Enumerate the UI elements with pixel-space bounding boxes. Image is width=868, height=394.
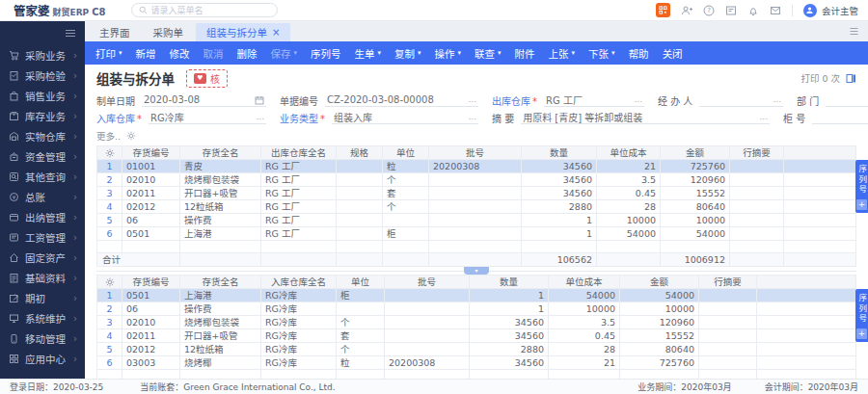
cell-memo[interactable] <box>699 289 757 302</box>
cell-code[interactable]: 03003 <box>122 356 180 370</box>
cell-batch[interactable] <box>385 289 470 302</box>
field-out-warehouse[interactable]: 出库仓库 RG 工厂... <box>492 93 644 108</box>
cell-amount[interactable]: 725760 <box>661 160 730 173</box>
table-row[interactable]: 402011开口器+吸管RG冷库套345600.4515552 <box>97 329 856 343</box>
cell-memo[interactable] <box>730 227 784 241</box>
page-settings-icon[interactable] <box>846 73 856 84</box>
cell-code[interactable]: 02010 <box>122 173 180 187</box>
cell-name[interactable]: 烧烤椰包装袋 <box>180 173 261 187</box>
cell-memo[interactable] <box>699 316 757 329</box>
row-number[interactable]: 3 <box>97 316 122 329</box>
cell-batch[interactable] <box>385 329 470 343</box>
mobile-app-qr-icon[interactable] <box>656 3 670 17</box>
lookup-ellipsis-icon[interactable]: ... <box>468 95 476 104</box>
cell-code[interactable]: 0501 <box>122 289 180 302</box>
lookup-ellipsis-icon[interactable]: ... <box>256 113 264 121</box>
cell-amount[interactable]: 10000 <box>661 214 730 227</box>
cell-name[interactable]: 开口器+吸管 <box>180 187 261 200</box>
cell-amount[interactable]: 54000 <box>661 227 730 241</box>
feedback-icon[interactable] <box>725 5 737 16</box>
cell-unit[interactable]: 个 <box>383 173 429 187</box>
cell-code[interactable]: 0501 <box>122 227 180 241</box>
toolbar-new-button[interactable]: 新增 <box>129 41 163 65</box>
row-number[interactable]: 5 <box>97 214 122 227</box>
cell-code[interactable]: 02010 <box>122 316 180 329</box>
cell-cost[interactable]: 10000 <box>597 214 661 227</box>
cell-code[interactable]: 06 <box>122 214 180 227</box>
row-number[interactable]: 2 <box>97 302 122 316</box>
toolbar-attachment-button[interactable]: 附件 <box>508 41 542 65</box>
row-number[interactable]: 3 <box>97 187 122 200</box>
cell-qty[interactable]: 2880 <box>522 200 597 214</box>
toolbar-generate-button[interactable]: 生单▾ <box>348 41 389 65</box>
table-row[interactable]: 302011开口器+吸管RG 工厂套345600.4515552 <box>97 187 856 200</box>
cell-unit[interactable]: 粒 <box>337 356 385 370</box>
cell-cost[interactable]: 21 <box>597 160 661 173</box>
sidebar-item-other-query[interactable]: 其他查询› <box>0 167 85 187</box>
cell-cost[interactable]: 3.5 <box>597 173 661 187</box>
cell-name[interactable]: 烧烤椰 <box>180 356 261 370</box>
cell-cost[interactable]: 54000 <box>549 289 620 302</box>
row-number[interactable]: 1 <box>97 289 122 302</box>
row-number[interactable]: 4 <box>97 329 122 343</box>
cell-qty[interactable]: 1 <box>522 214 597 227</box>
cell-qty[interactable]: 34560 <box>470 356 549 370</box>
sidebar-item-fixed-assets[interactable]: 固定资产› <box>0 248 85 268</box>
sidebar-item-opening-balance[interactable]: 期初› <box>0 288 85 308</box>
message-mail-icon[interactable] <box>770 5 781 16</box>
calendar-icon[interactable] <box>255 95 264 105</box>
cell-cost[interactable]: 28 <box>597 200 661 214</box>
sidebar-item-purchase[interactable]: 采购业务› <box>0 45 85 66</box>
table-row[interactable]: 40201212粒纸箱RG 工厂个28802880640 <box>97 200 856 214</box>
cell-spec[interactable] <box>337 214 383 227</box>
cell-memo[interactable] <box>699 343 757 356</box>
cell-amount[interactable]: 725760 <box>620 356 699 370</box>
cell-warehouse[interactable]: RG 工厂 <box>261 160 337 173</box>
cell-unit[interactable] <box>383 214 429 227</box>
cell-unit[interactable]: 个 <box>383 200 429 214</box>
sidebar-item-app-center[interactable]: 应用中心› <box>0 349 85 369</box>
sidebar-item-purchase-inspect[interactable]: 采购检验› <box>0 66 85 86</box>
cell-qty[interactable]: 2880 <box>470 343 549 356</box>
sidebar-item-system-maintenance[interactable]: 系统维护› <box>0 308 85 328</box>
cell-name[interactable]: 操作费 <box>180 302 261 316</box>
cell-amount[interactable]: 120960 <box>620 316 699 329</box>
toolbar-linked-query-button[interactable]: 联查▾ <box>468 41 508 65</box>
toolbar-next-button[interactable]: 下张▾ <box>582 41 622 65</box>
cell-qty[interactable]: 34560 <box>522 187 597 200</box>
toolbar-print-button[interactable]: 打印▾ <box>89 41 129 65</box>
cell-name[interactable]: 烧烤椰包装袋 <box>180 316 261 329</box>
empty-row[interactable] <box>97 370 856 380</box>
field-in-warehouse[interactable]: 入库仓库 RG冷库... <box>96 111 266 125</box>
toolbar-previous-button[interactable]: 上张▾ <box>542 41 583 65</box>
add-user-icon[interactable] <box>681 5 692 16</box>
sidebar-item-funds[interactable]: 资金管理› <box>0 146 85 167</box>
cell-memo[interactable] <box>730 160 784 173</box>
cell-amount[interactable]: 15552 <box>661 187 730 200</box>
cell-batch[interactable]: 20200308 <box>429 160 522 173</box>
cell-qty[interactable]: 1 <box>470 302 549 316</box>
table-row[interactable]: 10501上海港RG冷库柜15400054000 <box>97 289 856 302</box>
cell-warehouse[interactable]: RG 工厂 <box>261 214 337 227</box>
sidebar-item-general-ledger[interactable]: ¥ 总账› <box>0 187 85 207</box>
cell-qty[interactable]: 1 <box>522 227 597 241</box>
cell-batch[interactable] <box>385 316 470 329</box>
table-row[interactable]: 60501上海港RG 工厂柜15400054000 <box>97 227 856 241</box>
cell-warehouse[interactable]: RG 工厂 <box>261 173 337 187</box>
cell-spec[interactable] <box>337 173 383 187</box>
cell-qty[interactable]: 34560 <box>470 329 549 343</box>
table-row[interactable]: 506操作费RG 工厂11000010000 <box>97 214 856 227</box>
cell-warehouse[interactable]: RG冷库 <box>261 302 337 316</box>
field-handler[interactable]: 经 办 人 ... <box>658 93 783 108</box>
cell-cost[interactable]: 3.5 <box>549 316 620 329</box>
cell-unit[interactable]: 个 <box>337 343 385 356</box>
cell-cost[interactable]: 54000 <box>597 227 661 241</box>
cell-cost[interactable]: 28 <box>549 343 620 356</box>
cell-warehouse[interactable]: RG冷库 <box>261 316 337 329</box>
field-business-type[interactable]: 业务类型 组装入库... <box>280 111 478 125</box>
cell-unit[interactable]: 套 <box>383 187 429 200</box>
notification-bell-icon[interactable] <box>747 5 759 16</box>
cell-unit[interactable]: 粒 <box>383 160 429 173</box>
empty-row[interactable] <box>97 241 856 253</box>
toolbar-close-button[interactable]: 关闭 <box>656 41 690 65</box>
